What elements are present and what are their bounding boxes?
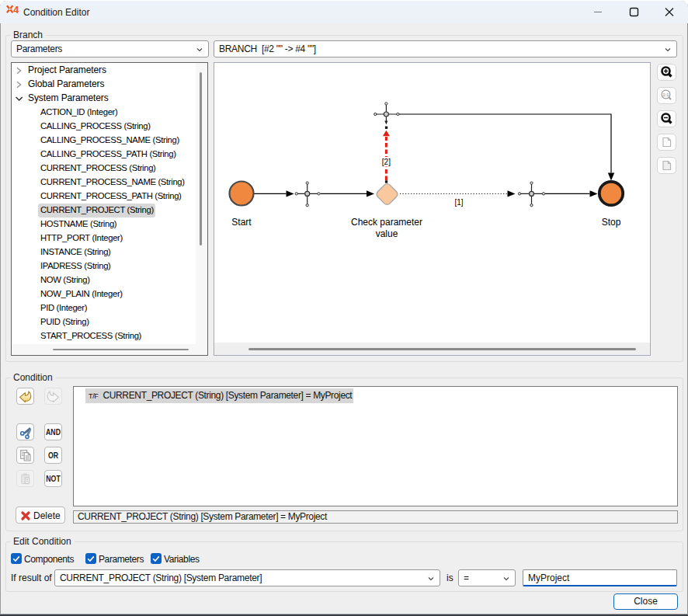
svg-text:Start: Start: [231, 217, 252, 228]
svg-text:value: value: [376, 228, 398, 239]
svg-text:[2]: [2]: [382, 158, 391, 166]
svg-text:4: 4: [13, 5, 19, 14]
svg-text:Check parameter: Check parameter: [351, 217, 422, 228]
svg-text:1:1: 1:1: [662, 92, 669, 97]
svg-text:[1]: [1]: [454, 198, 463, 207]
svg-text:Stop: Stop: [602, 217, 621, 228]
